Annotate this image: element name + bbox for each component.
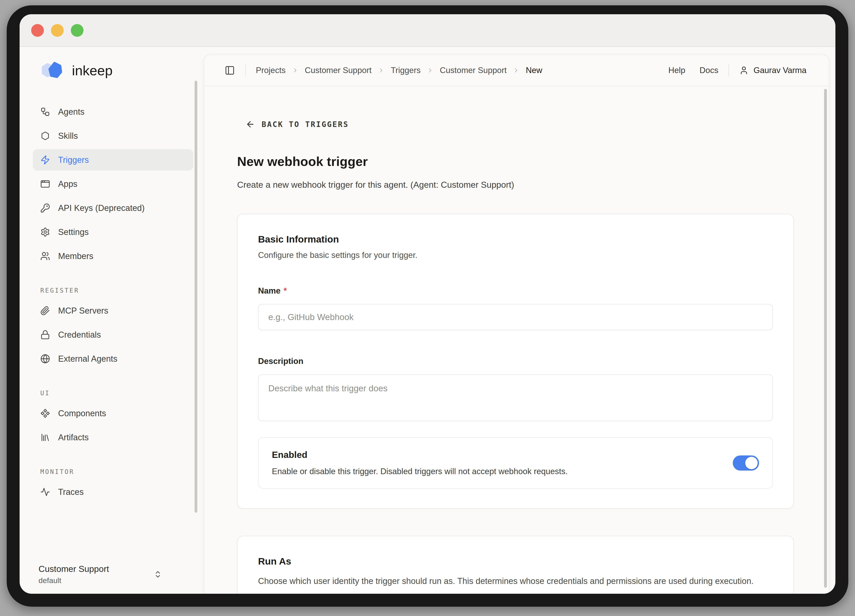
close-button[interactable] [31,24,44,37]
sidebar-item-artifacts[interactable]: Artifacts [33,427,193,448]
sidebar-item-label: Artifacts [58,433,89,442]
sidebar-item-label: API Keys (Deprecated) [58,203,145,213]
breadcrumb-separator-icon [378,67,385,74]
chevrons-up-down-icon [154,570,162,579]
description-field-label: Description [258,357,773,366]
sidebar-item-credentials[interactable]: Credentials [33,324,193,345]
app-window: inkeep Agents Skills Triggers Apps [20,14,835,594]
device-frame: inkeep Agents Skills Triggers Apps [7,5,848,607]
sidebar-item-label: Credentials [58,330,101,340]
project-switcher[interactable]: Customer Support default [38,564,162,585]
card-subtitle: Configure the basic settings for your tr… [258,251,773,260]
sidebar-item-label: Skills [58,131,78,141]
window-titlebar [20,14,835,47]
sidebar-item-label: Settings [58,227,89,237]
project-environment: default [38,576,109,585]
sidebar-item-label: Agents [58,107,84,117]
sidebar-nav-monitor: Traces [33,481,193,503]
sidebar-section-monitor: MONITOR [40,468,204,475]
back-to-triggers-link[interactable]: BACK TO TRIGGERS [245,120,349,129]
breadcrumb-item-triggers[interactable]: Triggers [391,66,421,75]
breadcrumb-separator-icon [513,67,519,74]
sidebar-item-label: Triggers [58,155,89,165]
sidebar-item-label: Traces [58,487,84,497]
sidebar-section-register: REGISTER [40,287,204,294]
sidebar-section-ui: UI [40,389,204,397]
gear-icon [40,227,50,237]
inkeep-logo-text: inkeep [72,63,113,78]
enabled-text: Enabled Enable or disable this trigger. … [272,450,568,476]
sidebar-item-label: External Agents [58,354,117,364]
page-title: New webhook trigger [237,154,829,169]
enabled-toggle[interactable] [733,455,759,470]
toggle-knob [745,457,758,469]
sidebar-nav-register: MCP Servers Credentials External Agents [33,300,193,369]
zap-icon [40,155,50,165]
sidebar-item-members[interactable]: Members [33,245,193,267]
sidebar-item-triggers[interactable]: Triggers [33,149,193,171]
globe-icon [40,354,50,364]
breadcrumb-separator-icon [292,67,299,74]
sidebar-item-external-agents[interactable]: External Agents [33,348,193,369]
content-scrollbar[interactable] [824,89,827,588]
sidebar-item-label: MCP Servers [58,306,108,316]
user-icon [739,66,749,75]
help-link[interactable]: Help [668,66,685,75]
breadcrumb-separator-icon [427,67,434,74]
lock-icon [40,330,50,340]
header-divider [245,64,245,77]
workflow-icon [40,107,50,117]
page-content: BACK TO TRIGGERS New webhook trigger Cre… [204,87,829,594]
description-label-text: Description [258,357,303,366]
hexagon-icon [40,131,50,141]
key-icon [40,203,50,213]
sidebar-item-label: Apps [58,179,78,189]
sidebar-scrollbar[interactable] [195,81,197,513]
page-subtitle: Create a new webhook trigger for this ag… [237,180,829,190]
sidebar-item-skills[interactable]: Skills [33,125,193,147]
project-name: Customer Support [38,564,109,575]
panel-header: Projects Customer Support Triggers Custo… [204,55,829,86]
name-field-label: Name * [258,286,773,296]
card-title: Basic Information [258,234,773,245]
component-icon [40,408,50,418]
basic-information-card: Basic Information Configure the basic se… [237,214,794,509]
breadcrumb-item-new: New [526,66,542,75]
docs-link[interactable]: Docs [700,66,718,75]
sidebar-item-label: Members [58,251,93,261]
minimize-button[interactable] [51,24,64,37]
enabled-setting: Enabled Enable or disable this trigger. … [258,437,773,489]
inkeep-logo: inkeep [38,62,204,79]
sidebar-toggle-icon[interactable] [225,65,235,75]
name-label-text: Name [258,286,280,296]
app-window-icon [40,179,50,189]
run-as-description: Choose which user identity the trigger s… [258,573,773,588]
library-icon [40,432,50,442]
breadcrumb: Projects Customer Support Triggers Custo… [256,66,542,75]
sidebar-item-traces[interactable]: Traces [33,481,193,503]
sidebar-item-apps[interactable]: Apps [33,173,193,195]
sidebar-item-agents[interactable]: Agents [33,101,193,123]
name-input[interactable] [258,304,773,330]
sidebar-item-components[interactable]: Components [33,403,193,424]
breadcrumb-item-project-name[interactable]: Customer Support [305,66,372,75]
breadcrumb-item-agent-name[interactable]: Customer Support [440,66,507,75]
user-name: Gaurav Varma [754,66,806,75]
card-title: Run As [258,556,773,567]
zoom-button[interactable] [71,24,83,37]
paperclip-icon [40,306,50,316]
sidebar-item-settings[interactable]: Settings [33,221,193,243]
sidebar-item-mcp-servers[interactable]: MCP Servers [33,300,193,321]
sidebar-nav-main: Agents Skills Triggers Apps API Keys (De… [33,101,193,267]
breadcrumb-item-projects[interactable]: Projects [256,66,286,75]
required-asterisk: * [283,286,287,296]
description-textarea[interactable] [258,374,773,421]
sidebar-item-api-keys[interactable]: API Keys (Deprecated) [33,197,193,219]
user-menu[interactable]: Gaurav Varma [739,66,806,75]
sidebar-nav-ui: Components Artifacts [33,403,193,448]
users-icon [40,251,50,261]
sidebar-item-label: Components [58,409,106,418]
activity-icon [40,487,50,497]
inkeep-logo-icon [38,61,68,80]
project-switcher-text: Customer Support default [38,564,109,585]
